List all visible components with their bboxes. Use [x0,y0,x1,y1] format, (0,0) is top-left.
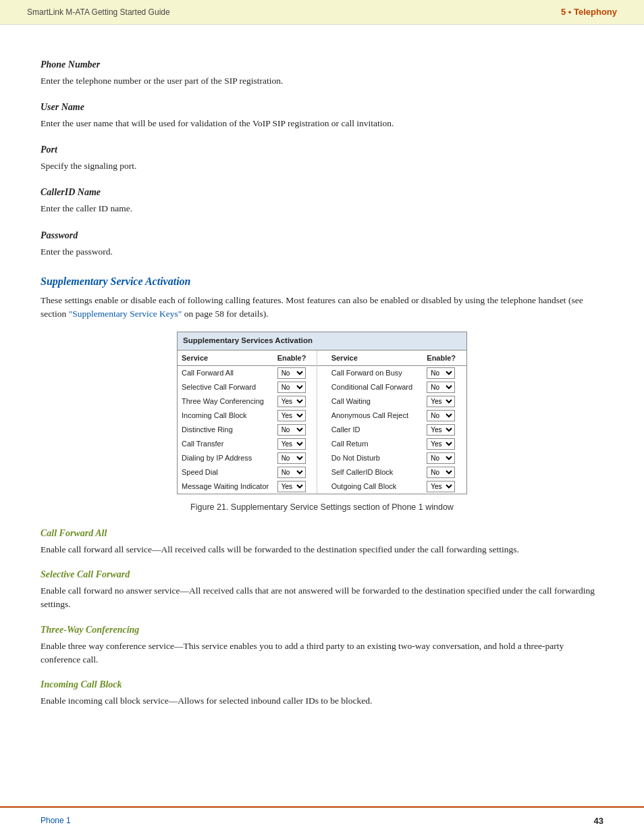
enable2-cell[interactable]: YesNo [423,479,466,494]
col-header-enable1: Enable? [273,350,317,366]
section-password: Password Enter the password. [41,228,603,259]
header-bar: SmartLink M-ATA Getting Started Guide 5 … [0,0,644,25]
incoming-call-block-heading: Incoming Call Block [41,677,603,692]
service2-cell: Anonymous Call Reject [327,409,423,423]
section-selective-call-forward: Selective Call Forward Enable call forwa… [41,567,603,612]
enable1-select[interactable]: YesNo [277,396,306,407]
col-header-service2: Service [327,350,423,366]
selective-call-forward-body: Enable call forward no answer service—Al… [41,584,603,612]
enable2-select[interactable]: YesNo [427,467,455,478]
enable1-cell[interactable]: YesNo [273,380,317,394]
section-callerid-name: CallerID Name Enter the caller ID name. [41,185,603,215]
service1-cell: Three Way Conferencing [178,394,273,409]
phone-number-body: Enter the telephone number or the user p… [41,74,603,88]
enable2-select[interactable]: YesNo [427,438,455,450]
enable1-select[interactable]: YesNo [277,438,306,450]
service1-cell: Distinctive Ring [178,423,273,437]
table-row: Dialing by IP AddressYesNoDo Not Disturb… [178,451,466,465]
table-row: Three Way ConferencingYesNoCall WaitingY… [178,394,466,409]
enable2-cell[interactable]: YesNo [423,380,466,394]
enable1-cell[interactable]: YesNo [273,394,317,409]
enable2-cell[interactable]: YesNo [423,465,466,479]
ssa-link[interactable]: "Supplementary Service Keys" [69,309,182,319]
enable2-select[interactable]: YesNo [427,382,455,393]
table-row: Speed DialYesNoSelf CallerID BlockYesNo [178,465,466,479]
service2-cell: Call Forward on Busy [327,366,423,381]
enable1-cell[interactable]: YesNo [273,423,317,437]
service1-cell: Incoming Call Block [178,409,273,423]
enable2-select[interactable]: YesNo [427,410,455,421]
enable1-cell[interactable]: YesNo [273,366,317,381]
enable1-cell[interactable]: YesNo [273,409,317,423]
enable2-select[interactable]: YesNo [427,424,455,436]
enable2-select[interactable]: YesNo [427,481,455,492]
service1-cell: Call Transfer [178,437,273,451]
enable1-select[interactable]: YesNo [277,467,306,478]
service1-cell: Message Waiting Indicator [178,479,273,494]
enable2-cell[interactable]: YesNo [423,423,466,437]
enable2-cell[interactable]: YesNo [423,394,466,409]
enable1-cell[interactable]: YesNo [273,479,317,494]
enable1-select[interactable]: YesNo [277,452,306,464]
table-header-row: Service Enable? Service Enable? [178,350,466,366]
service2-cell: Call Return [327,437,423,451]
callerid-name-body: Enter the caller ID name. [41,202,603,215]
enable2-cell[interactable]: YesNo [423,366,466,381]
section-port: Port Specify the signaling port. [41,142,603,173]
table-row: Call TransferYesNoCall ReturnYesNo [178,437,466,451]
service2-cell: Do Not Disturb [327,451,423,465]
table-row: Message Waiting IndicatorYesNoOutgoing C… [178,479,466,494]
service2-cell: Outgoing Call Block [327,479,423,494]
enable1-cell[interactable]: YesNo [273,465,317,479]
three-way-conferencing-body: Enable three way conference service—This… [41,640,603,667]
enable1-select[interactable]: YesNo [277,481,306,492]
table-row: Distinctive RingYesNoCaller IDYesNo [178,423,466,437]
table-row: Selective Call ForwardYesNoConditional C… [178,380,466,394]
ssa-body-text2: on page 58 for details). [182,309,268,319]
figure-caption: Figure 21. Supplementary Service Setting… [41,501,603,514]
user-name-body: Enter the user name that will be used fo… [41,117,603,130]
enable2-select[interactable]: YesNo [427,396,455,407]
col-divider [317,409,327,423]
table-row: Call Forward AllYesNoCall Forward on Bus… [178,366,466,381]
col-divider [317,451,327,465]
three-way-conferencing-heading: Three-Way Conferencing [41,623,603,637]
ssa-heading: Supplementary Service Activation [41,273,603,290]
phone-number-heading: Phone Number [41,57,603,72]
enable2-select[interactable]: YesNo [427,367,455,379]
selective-call-forward-heading: Selective Call Forward [41,567,603,581]
section-user-name: User Name Enter the user name that will … [41,100,603,130]
user-name-heading: User Name [41,100,603,114]
chapter-title: 5 • Telephony [561,5,617,19]
main-content: Phone Number Enter the telephone number … [0,25,644,806]
call-forward-all-heading: Call Forward All [41,526,603,540]
footer-left: Phone 1 [41,814,71,827]
enable2-cell[interactable]: YesNo [423,437,466,451]
enable2-select[interactable]: YesNo [427,452,455,464]
service2-cell: Conditional Call Forward [327,380,423,394]
service2-cell: Self CallerID Block [327,465,423,479]
service1-cell: Speed Dial [178,465,273,479]
call-forward-all-body: Enable call forward all service—All rece… [41,543,603,556]
ssa-table: Service Enable? Service Enable? Call For… [178,350,466,494]
enable2-cell[interactable]: YesNo [423,409,466,423]
enable1-cell[interactable]: YesNo [273,451,317,465]
col-divider [317,380,327,394]
enable1-select[interactable]: YesNo [277,410,306,421]
enable2-cell[interactable]: YesNo [423,451,466,465]
col-divider [317,479,327,494]
section-incoming-call-block: Incoming Call Block Enable incoming call… [41,677,603,708]
service1-cell: Dialing by IP Address [178,451,273,465]
col-header-service1: Service [178,350,273,366]
enable1-select[interactable]: YesNo [277,382,306,393]
section-three-way-conferencing: Three-Way Conferencing Enable three way … [41,623,603,667]
table-row: Incoming Call BlockYesNoAnonymous Call R… [178,409,466,423]
enable1-select[interactable]: YesNo [277,367,306,379]
enable1-cell[interactable]: YesNo [273,437,317,451]
service2-cell: Call Waiting [327,394,423,409]
service1-cell: Call Forward All [178,366,273,381]
callerid-name-heading: CallerID Name [41,185,603,199]
footer-bar: Phone 1 43 [0,806,644,835]
col-header-enable2: Enable? [423,350,466,366]
enable1-select[interactable]: YesNo [277,424,306,436]
